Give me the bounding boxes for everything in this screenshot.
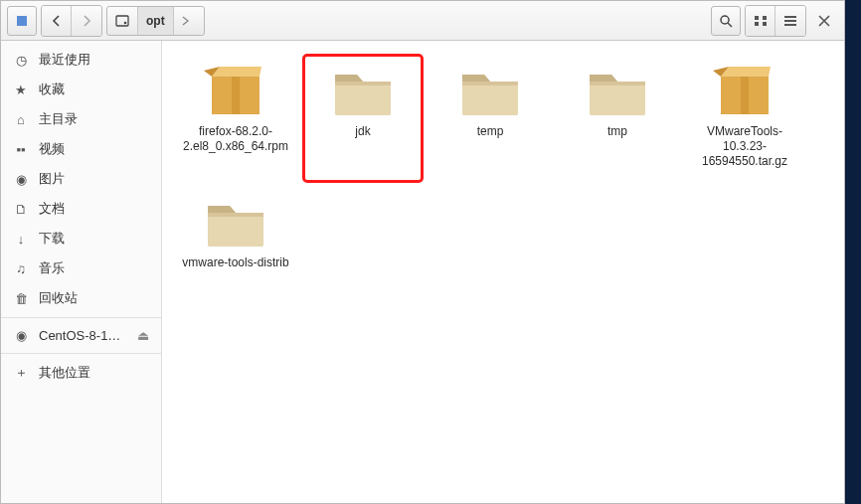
breadcrumb-root[interactable] bbox=[107, 7, 138, 35]
folder-icon bbox=[584, 61, 651, 118]
list-icon bbox=[783, 15, 797, 27]
doc-icon: 🗋 bbox=[13, 202, 29, 217]
archive-icon bbox=[711, 61, 778, 118]
sidebar-item-label: 主目录 bbox=[39, 110, 78, 128]
app-button[interactable] bbox=[7, 6, 37, 36]
back-button[interactable] bbox=[42, 6, 72, 36]
sidebar-item-device[interactable]: ◉ CentOS-8-1… ⏏ bbox=[1, 322, 161, 349]
svg-rect-15 bbox=[335, 82, 391, 85]
chevron-left-icon bbox=[51, 15, 63, 27]
svg-rect-8 bbox=[763, 22, 767, 26]
close-button[interactable] bbox=[810, 6, 838, 36]
sidebar-item-downloads[interactable]: ↓下载 bbox=[1, 224, 161, 253]
svg-rect-10 bbox=[784, 20, 796, 22]
sidebar-item-label: 最近使用 bbox=[39, 51, 90, 69]
nav-buttons bbox=[41, 5, 102, 37]
breadcrumb: opt bbox=[106, 6, 205, 36]
svg-rect-5 bbox=[755, 16, 759, 20]
grid-icon bbox=[754, 15, 768, 27]
svg-rect-13 bbox=[232, 77, 240, 114]
sidebar-item-label: 下载 bbox=[39, 230, 65, 248]
icon-view-button[interactable] bbox=[746, 6, 775, 36]
folder-icon bbox=[202, 192, 269, 250]
sidebar-item-label: 视频 bbox=[39, 140, 65, 158]
list-view-button[interactable] bbox=[775, 6, 805, 36]
svg-rect-22 bbox=[208, 213, 263, 247]
chevron-right-icon bbox=[182, 16, 190, 26]
body: ◷最近使用 ★收藏 ⌂主目录 ▪▪视频 ◉图片 🗋文档 ↓下载 ♫音乐 🗑回收站… bbox=[1, 41, 844, 503]
home-icon: ⌂ bbox=[13, 112, 29, 127]
svg-line-4 bbox=[728, 23, 732, 27]
sidebar-item-label: 文档 bbox=[39, 200, 65, 218]
svg-rect-11 bbox=[784, 24, 796, 26]
archive-icon bbox=[202, 61, 269, 118]
sidebar-item-label: 图片 bbox=[39, 170, 65, 188]
sidebar-separator bbox=[1, 317, 161, 318]
svg-rect-7 bbox=[755, 22, 759, 26]
file-label: jdk bbox=[355, 124, 370, 139]
star-icon: ★ bbox=[13, 83, 29, 97]
eject-icon[interactable]: ⏏ bbox=[137, 328, 149, 343]
sidebar-item-label: 音乐 bbox=[39, 259, 65, 277]
sidebar-item-documents[interactable]: 🗋文档 bbox=[1, 194, 161, 224]
plus-icon: ＋ bbox=[13, 364, 29, 382]
clock-icon: ◷ bbox=[13, 53, 29, 68]
sidebar-item-home[interactable]: ⌂主目录 bbox=[1, 104, 161, 134]
music-icon: ♫ bbox=[13, 261, 29, 276]
sidebar: ◷最近使用 ★收藏 ⌂主目录 ▪▪视频 ◉图片 🗋文档 ↓下载 ♫音乐 🗑回收站… bbox=[1, 41, 162, 503]
svg-rect-17 bbox=[462, 82, 518, 85]
file-label: temp bbox=[477, 124, 504, 139]
file-item[interactable]: firefox-68.2.0-2.el8_0.x86_64.rpm bbox=[176, 55, 295, 182]
svg-rect-14 bbox=[335, 82, 391, 115]
breadcrumb-more[interactable] bbox=[174, 7, 204, 35]
svg-rect-6 bbox=[763, 16, 767, 20]
sidebar-item-label: 收藏 bbox=[39, 81, 65, 98]
video-icon: ▪▪ bbox=[13, 142, 29, 157]
search-icon bbox=[719, 14, 733, 28]
svg-point-3 bbox=[721, 16, 729, 24]
search-button[interactable] bbox=[711, 6, 741, 36]
folder-item[interactable]: tmp bbox=[558, 55, 677, 182]
folder-icon bbox=[456, 61, 524, 118]
sidebar-item-other-locations[interactable]: ＋ 其他位置 bbox=[1, 358, 161, 388]
sidebar-item-videos[interactable]: ▪▪视频 bbox=[1, 134, 161, 164]
folder-item[interactable]: temp bbox=[430, 55, 550, 182]
file-item[interactable]: VMwareTools-10.3.23-16594550.tar.gz bbox=[685, 55, 804, 182]
svg-rect-18 bbox=[590, 82, 645, 115]
download-icon: ↓ bbox=[13, 232, 29, 247]
svg-rect-19 bbox=[590, 82, 645, 85]
folder-item[interactable]: jdk bbox=[303, 55, 423, 182]
file-label: vmware-tools-distrib bbox=[182, 255, 288, 270]
svg-rect-1 bbox=[116, 16, 128, 26]
file-label: tmp bbox=[607, 124, 627, 139]
file-label: VMwareTools-10.3.23-16594550.tar.gz bbox=[690, 124, 799, 169]
disc-icon: ◉ bbox=[13, 328, 29, 343]
file-manager-window: opt bbox=[0, 0, 845, 504]
content-area[interactable]: firefox-68.2.0-2.el8_0.x86_64.rpm jdk te… bbox=[162, 41, 844, 503]
sidebar-item-label: CentOS-8-1… bbox=[39, 328, 120, 343]
folder-item[interactable]: vmware-tools-distrib bbox=[176, 186, 295, 313]
sidebar-item-recent[interactable]: ◷最近使用 bbox=[1, 45, 161, 75]
disk-icon bbox=[115, 14, 129, 28]
sidebar-item-favorites[interactable]: ★收藏 bbox=[1, 75, 161, 104]
svg-rect-0 bbox=[17, 16, 27, 26]
forward-button[interactable] bbox=[72, 6, 101, 36]
sidebar-item-label: 其他位置 bbox=[39, 364, 90, 382]
file-label: firefox-68.2.0-2.el8_0.x86_64.rpm bbox=[181, 124, 290, 154]
file-app-icon bbox=[16, 15, 28, 27]
sidebar-item-trash[interactable]: 🗑回收站 bbox=[1, 283, 161, 313]
svg-rect-9 bbox=[784, 16, 796, 18]
close-icon bbox=[818, 15, 830, 27]
svg-rect-16 bbox=[462, 82, 518, 115]
trash-icon: 🗑 bbox=[13, 291, 29, 306]
svg-rect-23 bbox=[208, 213, 263, 217]
folder-icon bbox=[329, 61, 397, 118]
svg-rect-21 bbox=[741, 77, 749, 114]
sidebar-item-music[interactable]: ♫音乐 bbox=[1, 253, 161, 283]
svg-point-2 bbox=[124, 21, 127, 24]
sidebar-item-pictures[interactable]: ◉图片 bbox=[1, 164, 161, 194]
sidebar-item-label: 回收站 bbox=[39, 289, 78, 307]
chevron-right-icon bbox=[81, 15, 92, 27]
breadcrumb-current[interactable]: opt bbox=[138, 7, 174, 35]
camera-icon: ◉ bbox=[13, 172, 29, 187]
